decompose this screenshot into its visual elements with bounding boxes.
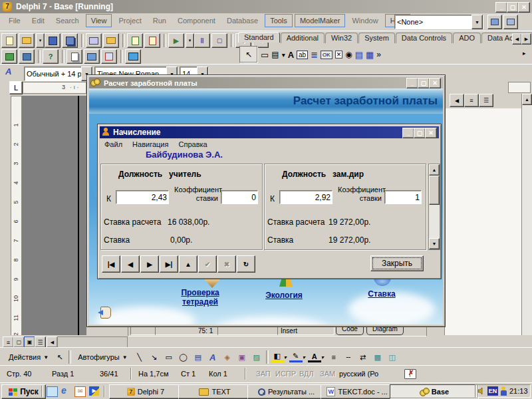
nav-refresh-button[interactable]: ↻ [237, 255, 255, 273]
language-indicator[interactable]: EN [487, 386, 498, 396]
status-ovr[interactable]: ЗАМ [320, 370, 335, 378]
ide-close-button[interactable]: ✕ [518, 2, 530, 13]
ide-menu-database[interactable]: Database [222, 15, 263, 27]
ide-menu-tools[interactable]: Tools [265, 14, 293, 27]
link-rate[interactable]: Ставка [355, 289, 408, 299]
ide-menu-edit[interactable]: Edit [27, 15, 49, 27]
palette-cursor-icon[interactable]: ↖ [239, 46, 258, 63]
palette-radiobutton-icon[interactable]: ◉ [345, 50, 352, 59]
wizard-tray-icon[interactable] [500, 386, 507, 396]
nav-next-button[interactable]: ▶ [140, 255, 159, 273]
scroll-thumb[interactable] [429, 176, 440, 205]
actions-menu-button[interactable]: Действия▼ [4, 350, 53, 364]
help-icon[interactable]: ? [43, 49, 59, 64]
ide-menu-search[interactable]: Search [51, 15, 84, 27]
chevron-down-icon[interactable]: ▾ [303, 354, 305, 360]
payroll-minimize-button[interactable]: _ [406, 78, 418, 88]
nav-edit-button[interactable]: ▲ [179, 255, 198, 273]
ide-menu-component[interactable]: Component [173, 15, 220, 27]
palette-tab-win32[interactable]: Win32 [325, 33, 358, 43]
view-form-icon[interactable] [84, 49, 100, 64]
chevron-down-icon[interactable]: ▾ [284, 354, 287, 360]
dialog-scrollbar[interactable]: ▲ ▼ [428, 164, 440, 250]
palette-button-icon[interactable]: OK [321, 51, 332, 59]
textbox-icon[interactable]: ▤ [191, 353, 205, 362]
start-button[interactable]: Пуск [1, 384, 46, 399]
menu-help[interactable]: Справка [175, 139, 211, 150]
palette-mainmenu-icon[interactable]: ▤ [271, 50, 279, 59]
ide-maximize-button[interactable]: ▢ [507, 2, 519, 13]
ide-menu-run[interactable]: Run [148, 15, 171, 27]
run-dropdown-icon[interactable]: ▾ [186, 33, 194, 48]
step-over-icon[interactable]: ▢ [211, 33, 227, 48]
hscroll-left-icon[interactable]: ◀ [47, 336, 58, 348]
quicklaunch-outlook-icon[interactable]: ✉ [74, 386, 86, 397]
payroll-titlebar[interactable]: Расчет заработной платы _ ▢ ✕ [89, 77, 443, 88]
status-language[interactable]: русский (Ро [339, 370, 378, 378]
hscroll-track[interactable] [57, 336, 128, 348]
line-icon[interactable]: ╲ [132, 353, 147, 362]
oval-icon[interactable]: ◯ [176, 353, 191, 362]
browse-back-icon[interactable] [1, 49, 17, 64]
dash-style-icon[interactable]: ╌ [341, 353, 356, 362]
vertical-scrollbar[interactable]: ▲ [521, 94, 532, 336]
view-unit-icon[interactable] [66, 49, 82, 64]
chevron-down-icon[interactable]: ▾ [321, 354, 324, 360]
run-icon[interactable]: ▶ [168, 33, 184, 48]
palette-frames-icon[interactable]: ▭ [261, 50, 269, 60]
ide-toolbutton-1[interactable] [487, 15, 502, 29]
ide-menu-window[interactable]: Window [347, 15, 382, 27]
coefficient-input[interactable] [384, 190, 422, 204]
accrual-close-button[interactable]: ✕ [425, 128, 437, 138]
browse-forward-icon[interactable] [19, 49, 35, 64]
autoshapes-menu-button[interactable]: Автофигуры▼ [73, 350, 132, 364]
word-toolbar-button-1[interactable]: ◀ [450, 94, 464, 107]
menu-file[interactable]: Файл [100, 139, 126, 150]
nav-last-button[interactable]: ▶| [160, 255, 178, 273]
line-color-icon[interactable]: ✎ [289, 352, 303, 362]
clock[interactable]: 21:13 [509, 387, 528, 395]
task-results[interactable]: Результаты ... [247, 384, 325, 399]
palette-scroll-right-icon[interactable]: ▶ [521, 33, 531, 45]
speaker-icon[interactable] [477, 387, 485, 395]
open-project-icon[interactable] [86, 33, 102, 48]
accrual-minimize-button[interactable]: _ [402, 128, 414, 138]
palette-tab-ado[interactable]: ADO [453, 33, 481, 43]
accrual-titlebar[interactable]: Начисление _ ▢ ✕ [100, 126, 439, 138]
font-color-icon[interactable]: А [308, 352, 321, 362]
palette-listbox-icon[interactable]: ▤ [355, 50, 363, 60]
task-delphi[interactable]: 7 Delphi 7 [109, 384, 182, 399]
status-rec[interactable]: ЗАП [256, 370, 271, 378]
link-ecology[interactable]: Экология [254, 291, 314, 300]
palette-tab-additional[interactable]: Additional [281, 33, 325, 43]
word-toolbar-button-3[interactable]: ☰ [479, 94, 493, 107]
open-dropdown-icon[interactable]: ▾ [36, 33, 45, 48]
new-file-icon[interactable] [1, 33, 17, 48]
styles-icon[interactable]: A [5, 66, 20, 80]
view-outline-icon[interactable]: ☰ [35, 336, 46, 348]
add-unit-icon[interactable] [127, 33, 143, 48]
ide-menu-project[interactable]: Project [114, 15, 146, 27]
close-dialog-button[interactable]: Закрыть [370, 255, 424, 271]
palette-checkbox-icon[interactable]: ✕ [335, 51, 343, 59]
view-normal-icon[interactable]: ≡ [3, 336, 14, 348]
pause-icon[interactable]: ‖ [194, 33, 210, 48]
nav-post-button[interactable]: ✔ [198, 255, 217, 273]
payroll-close-button[interactable]: ✕ [429, 78, 441, 88]
palette-memo-icon[interactable]: ≣ [311, 50, 318, 60]
scroll-down-icon[interactable]: ▼ [429, 238, 440, 249]
ide-menu-view[interactable]: View [86, 14, 112, 27]
nav-prior-button[interactable]: ◀ [121, 255, 140, 273]
ide-minimize-button[interactable]: _ [495, 2, 507, 13]
accrual-maximize-button[interactable]: ▢ [414, 128, 426, 138]
quicklaunch-mediaplayer-icon[interactable]: ▶ [89, 386, 99, 396]
payroll-maximize-button[interactable]: ▢ [418, 78, 430, 88]
new-form-icon[interactable] [125, 49, 141, 64]
arrow-style-icon[interactable]: ⇄ [356, 353, 370, 362]
palette-edit-icon[interactable]: ab [297, 51, 308, 59]
palette-label-icon[interactable]: A [288, 50, 294, 60]
tab-selector-button[interactable]: L [9, 81, 23, 94]
wordart-icon[interactable]: A [205, 352, 220, 362]
scroll-up-icon[interactable]: ▲ [429, 164, 440, 176]
view-web-icon[interactable]: ▢ [13, 336, 25, 348]
